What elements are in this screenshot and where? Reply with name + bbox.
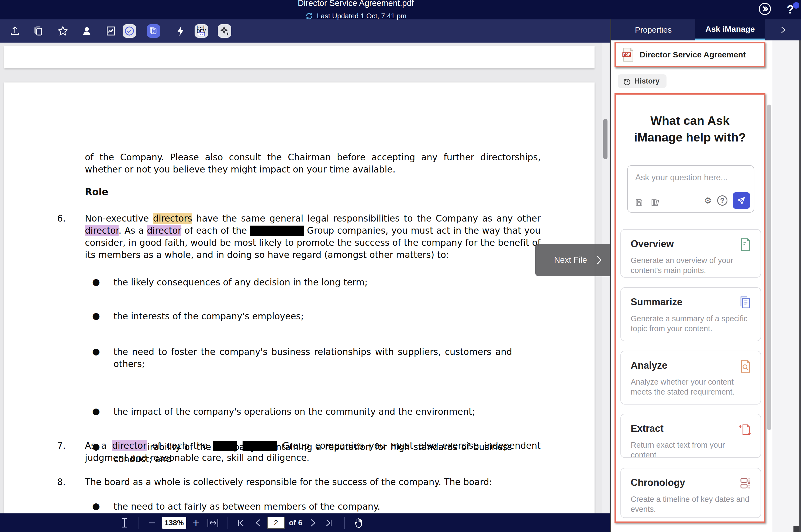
text-run: The board as a whole is collectively res… <box>85 477 492 487</box>
panel-document-title: Director Service Agreement <box>640 50 746 59</box>
card-title: Analyze <box>631 360 751 371</box>
chevron-right-icon <box>594 254 604 266</box>
sparkles-icon[interactable] <box>218 24 231 38</box>
last-updated: Last Updated 1 Oct, 7:41 pm <box>248 12 463 20</box>
card-description: Analyze whether your content meets the s… <box>631 377 751 397</box>
copy-icon[interactable] <box>32 24 45 38</box>
card-overview[interactable]: Overview Generate an overview of your co… <box>621 229 761 278</box>
header-actions: ? <box>758 2 794 16</box>
search-highlight-purple: director <box>147 225 182 236</box>
bullet-text: the need to act fairly as between member… <box>113 501 380 512</box>
tab-overflow-chevron-icon[interactable] <box>765 19 801 40</box>
text-run: As a <box>85 440 112 451</box>
ask-imanage-panel: PDF Director Service Agreement History W… <box>611 40 801 532</box>
first-page-icon[interactable] <box>233 513 248 532</box>
numbered-item-7: 7.As a director of each the Group compan… <box>85 440 541 464</box>
input-right-actions: ⚙ ? <box>704 192 750 209</box>
bullet-item: ●the likely consequences of any decision… <box>85 276 512 288</box>
tab-ask-imanage[interactable]: Ask iManage <box>695 19 765 40</box>
chronology-timeline-icon <box>739 477 751 489</box>
lightning-icon[interactable] <box>174 24 187 38</box>
numbered-item-8: 8.The board as a whole is collectively r… <box>85 476 541 488</box>
page-number-input[interactable]: 2 <box>267 517 285 529</box>
text-run: of each of the <box>182 225 250 236</box>
bullet-marker: ● <box>92 310 100 322</box>
last-page-icon[interactable] <box>321 513 336 532</box>
bullet-marker: ● <box>92 276 100 288</box>
dev-assistant-icon[interactable]: [···]DEV <box>195 24 208 38</box>
help-circle-icon[interactable]: ? <box>717 195 727 206</box>
redaction-box <box>250 226 304 236</box>
star-icon[interactable] <box>56 24 70 38</box>
next-page-icon[interactable] <box>306 513 320 532</box>
card-description: Generate an overview of your content's m… <box>631 255 751 276</box>
toolbar-separator <box>344 517 345 529</box>
zoom-level-input[interactable]: 138% <box>162 517 186 529</box>
redaction-box <box>243 441 277 451</box>
bullet-text: the need to foster the company's busines… <box>113 347 512 369</box>
doc-ai-icon[interactable] <box>147 24 160 38</box>
bullet-item: ●the need to act fairly as between membe… <box>85 500 512 513</box>
zoom-out-icon[interactable]: − <box>144 513 160 532</box>
bullet-item: ●the impact of the company's operations … <box>85 405 512 418</box>
document-header: Director Service Agreement.pdf Last Upda… <box>248 0 463 20</box>
section-heading: Role <box>85 186 541 198</box>
top-header: Director Service Agreement.pdf Last Upda… <box>0 0 801 19</box>
sync-icon <box>305 12 313 20</box>
send-icon <box>737 196 746 205</box>
user-icon[interactable] <box>80 24 94 38</box>
bullet-text: the likely consequences of any decision … <box>113 277 368 288</box>
window-edge <box>799 40 801 532</box>
card-extract[interactable]: Extract Return exact text from your cont… <box>621 414 761 458</box>
question-input[interactable]: Ask your question here... ⚙ ? <box>627 165 755 213</box>
overview-doc-icon <box>740 238 751 251</box>
history-button[interactable]: History <box>618 74 667 88</box>
redaction-box <box>213 441 237 451</box>
text-run: Non-executive <box>85 213 153 224</box>
card-analyze[interactable]: Analyze Analyze whether your content mee… <box>621 350 761 404</box>
send-button[interactable] <box>733 192 750 209</box>
panel-scrollbar-thumb[interactable] <box>767 104 771 430</box>
bullet-item: ●the interests of the company's employee… <box>85 310 512 322</box>
ask-imanage-content-box: What can Ask iManage help with? Ask your… <box>614 93 765 523</box>
page-count-label: of 6 <box>289 513 302 532</box>
pdf-icon: PDF <box>622 48 634 62</box>
document-scrollbar-track[interactable] <box>602 43 609 532</box>
library-icon[interactable] <box>651 198 661 207</box>
card-summarize[interactable]: Summarize Generate a summary of a specif… <box>621 287 761 341</box>
prev-page-icon[interactable] <box>251 513 265 532</box>
card-title: Extract <box>631 423 751 434</box>
card-title: Summarize <box>631 297 751 308</box>
panel-tab-bar: Properties Ask iManage <box>611 19 801 40</box>
card-title: Overview <box>631 238 751 250</box>
search-highlight-purple: director <box>112 440 147 451</box>
previous-page-fragment <box>4 46 594 69</box>
analyze-doc-icon <box>740 360 751 373</box>
upload-icon[interactable] <box>8 24 22 38</box>
fit-width-icon[interactable] <box>205 513 221 532</box>
document-viewer: of the Company. Please also consult the … <box>0 43 610 532</box>
snapshot-icon[interactable] <box>104 24 117 38</box>
bullet-marker: ● <box>92 345 100 357</box>
settings-gear-icon[interactable]: ⚙ <box>704 195 712 206</box>
zoom-in-icon[interactable]: + <box>188 513 204 532</box>
check-circle-icon[interactable] <box>122 24 136 38</box>
summarize-docs-icon <box>739 297 751 309</box>
card-chronology[interactable]: Chronology Create a timeline of key date… <box>621 468 761 518</box>
help-icon[interactable]: ? <box>787 2 794 16</box>
last-updated-text: Last Updated 1 Oct, 7:41 pm <box>317 12 406 20</box>
pan-hand-icon[interactable] <box>350 513 366 532</box>
bullet-marker: ● <box>92 405 100 417</box>
card-title: Chronology <box>631 477 751 488</box>
ask-heading: What can Ask iManage help with? <box>616 112 764 146</box>
text-select-icon[interactable] <box>118 513 131 532</box>
document-scrollbar-thumb[interactable] <box>603 119 608 159</box>
item-number: 7. <box>57 440 66 452</box>
collapse-panel-icon[interactable] <box>758 2 771 16</box>
save-icon[interactable] <box>635 198 643 207</box>
item-number: 6. <box>57 212 66 225</box>
card-description: Generate a summary of a specific topic f… <box>631 314 751 334</box>
next-file-button[interactable]: Next File <box>535 244 610 276</box>
tab-properties[interactable]: Properties <box>611 19 695 40</box>
card-description: Return exact text from your content. <box>631 440 751 458</box>
